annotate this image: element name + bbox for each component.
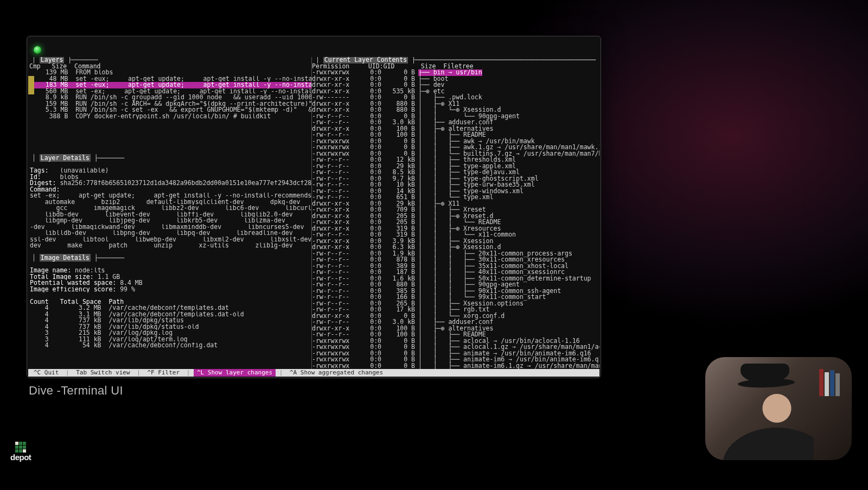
layer-row[interactable]: 159 MB RUN /bin/sh -c ARCH= && dpkgArch=… bbox=[28, 101, 311, 107]
footer-show-layer-changes[interactable]: ^L Show layer changes bbox=[194, 369, 276, 377]
brand-logo: depot bbox=[10, 442, 31, 461]
filetree-row[interactable]: -rwxrwxrwx0:00 B│ │ ├── animate-im6.1.gz… bbox=[312, 363, 599, 370]
filetree-row[interactable]: -rwxrwxrwx0:00 B├── bin → usr/bin bbox=[312, 69, 599, 76]
layer-row[interactable]: 388 B COPY docker-entrypoint.sh /usr/loc… bbox=[28, 113, 311, 120]
layer-details: Tags: (unavailable)Id: blobsDigest: sha2… bbox=[28, 168, 311, 249]
right-pane: │ Current Layer Contents ├──────────────… bbox=[312, 57, 599, 369]
footer-show-aggregated-changes[interactable]: ^A Show aggregated changes bbox=[286, 369, 386, 377]
filetree-row[interactable]: drwxr-xr-x0:00 B├── dev bbox=[312, 82, 599, 88]
footer-quit[interactable]: ^C Quit bbox=[30, 369, 62, 377]
traffic-light-green bbox=[34, 46, 41, 54]
layer-row[interactable]: 48 MB set -eux; apt-get update; apt-get … bbox=[28, 76, 311, 82]
webcam-overlay bbox=[705, 357, 852, 460]
layers-header: Cmp Size Command bbox=[28, 63, 311, 70]
caption-text: Dive -Terminal UI bbox=[29, 387, 123, 394]
footer-filter[interactable]: ^F Filter bbox=[144, 369, 183, 377]
layer-row[interactable]: 560 MB set -ex; apt-get update; apt-get … bbox=[28, 88, 311, 95]
layer-row[interactable]: 5.3 MB RUN /bin/sh -c set -ex && export … bbox=[28, 107, 311, 113]
layer-row[interactable]: 139 MB FROM blobs bbox=[28, 69, 311, 76]
footer-switch-view[interactable]: Tab Switch view bbox=[73, 369, 133, 377]
filetree-list[interactable]: -rwxrwxrwx0:00 B├── bin → usr/bindrwxr-x… bbox=[312, 69, 599, 369]
filetree-header: Permission UID:GID Size Filetree bbox=[312, 63, 599, 70]
layer-row[interactable]: 8.9 kB RUN /bin/sh -c groupadd --gid 100… bbox=[28, 94, 311, 101]
depot-icon bbox=[15, 442, 26, 453]
section-layerdetails-title: │ Layer Details ├─────── bbox=[28, 155, 311, 162]
layers-list[interactable]: 139 MB FROM blobs 48 MB set -eux; apt-ge… bbox=[28, 69, 311, 119]
filetree-row[interactable]: drwxr-xr-x0:00 B├── boot bbox=[312, 76, 599, 82]
image-details: Image name: node:ltsTotal Image size: 1.… bbox=[28, 268, 311, 349]
left-pane: │ Layers ├─────── Cmp Size Command 139 M… bbox=[28, 57, 312, 369]
footer-bar: ^C Quit | Tab Switch view | ^F Filter | … bbox=[28, 369, 599, 377]
terminal-window: │ Layers ├─────── Cmp Size Command 139 M… bbox=[27, 36, 601, 378]
layer-row[interactable]: 183 MB set -eux; apt-get update; apt-get… bbox=[28, 82, 311, 88]
brand-text: depot bbox=[10, 454, 31, 461]
section-imagedetails-title: │ Image Details ├─────── bbox=[28, 255, 311, 262]
